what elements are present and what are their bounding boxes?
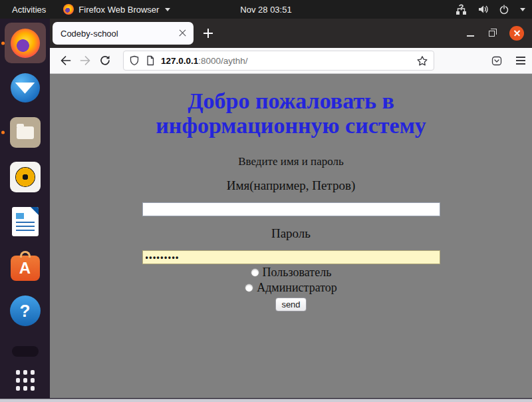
dock-item-files[interactable] xyxy=(5,112,46,152)
new-tab-button[interactable] xyxy=(201,27,215,40)
running-indicator-dot xyxy=(1,41,5,45)
radio-row-user[interactable]: Пользователь xyxy=(50,266,532,280)
web-page-content: Добро пожаловать в информационную систем… xyxy=(50,74,532,398)
forward-arrow-icon xyxy=(80,55,91,66)
network-question-icon xyxy=(455,4,468,15)
name-input[interactable] xyxy=(142,202,440,216)
volume-icon xyxy=(477,4,489,15)
minimize-button[interactable] xyxy=(467,35,474,37)
address-bar[interactable]: 127.0.0.1:8000/aythh/ xyxy=(123,51,434,71)
login-instruction: Введите имя и пароль xyxy=(50,155,532,168)
clock[interactable]: Nov 28 03:51 xyxy=(0,5,532,15)
dock: A ? xyxy=(0,19,50,399)
dock-item-rhythmbox[interactable] xyxy=(5,156,46,197)
power-icon xyxy=(499,4,509,15)
name-label: Имя(например, Петров) xyxy=(50,178,532,193)
radio-row-admin[interactable]: Администратор xyxy=(50,281,532,295)
dock-item-app-grid[interactable] xyxy=(5,357,46,395)
url-path: :8000/aythh/ xyxy=(198,56,247,66)
thunderbird-icon xyxy=(11,73,40,102)
send-button[interactable]: send xyxy=(275,298,306,311)
user-radio-button[interactable] xyxy=(251,268,259,277)
firefox-window: Codeby-school xyxy=(50,19,532,399)
dock-item-firefox[interactable] xyxy=(5,23,46,63)
restore-button[interactable] xyxy=(489,31,495,37)
tab-bar: Codeby-school xyxy=(50,19,532,48)
user-radio-label: Пользователь xyxy=(263,266,332,280)
url-text[interactable]: 127.0.0.1:8000/aythh/ xyxy=(161,56,416,66)
window-bottom-edge xyxy=(0,399,532,402)
tab-close-icon[interactable] xyxy=(179,29,187,37)
caret-down-icon xyxy=(520,8,525,11)
system-top-panel: Activities Firefox Web Browser Nov 28 03… xyxy=(0,0,532,19)
rhythmbox-icon xyxy=(10,162,41,192)
reload-icon xyxy=(99,55,111,67)
back-arrow-icon xyxy=(60,55,71,66)
nav-toolbar: 127.0.0.1:8000/aythh/ xyxy=(50,48,532,74)
url-host: 127.0.0.1 xyxy=(161,56,198,66)
running-indicator-dot xyxy=(1,130,5,134)
dock-hidden-item xyxy=(12,346,39,357)
window-close-button[interactable] xyxy=(509,26,524,41)
page-info-icon[interactable] xyxy=(145,55,156,66)
pocket-shield-icon[interactable] xyxy=(491,55,503,67)
admin-radio-button[interactable] xyxy=(245,284,253,292)
libreoffice-writer-icon xyxy=(12,207,39,236)
dock-item-thunderbird[interactable] xyxy=(5,67,46,108)
firefox-icon xyxy=(11,29,40,58)
bookmark-star-icon[interactable] xyxy=(416,55,428,67)
page-title: Добро пожаловать в информационную систем… xyxy=(110,89,472,138)
shield-icon[interactable] xyxy=(129,55,140,66)
password-label: Пароль xyxy=(50,226,532,241)
forward-button[interactable] xyxy=(75,51,95,71)
tab-codeby-school[interactable]: Codeby-school xyxy=(53,22,194,45)
dock-item-ubuntu-software[interactable]: A xyxy=(5,246,46,287)
reload-button[interactable] xyxy=(95,51,115,71)
password-input[interactable] xyxy=(142,250,440,264)
dock-item-libreoffice-writer[interactable] xyxy=(5,202,46,242)
back-button[interactable] xyxy=(55,51,75,71)
menu-hamburger-icon[interactable] xyxy=(516,57,525,65)
tab-title: Codeby-school xyxy=(61,29,179,39)
ubuntu-software-icon: A xyxy=(11,256,40,281)
app-grid-icon xyxy=(16,370,35,391)
system-tray[interactable] xyxy=(455,0,525,19)
files-icon xyxy=(10,117,41,148)
dock-item-help[interactable]: ? xyxy=(5,291,46,331)
help-icon: ? xyxy=(10,296,41,326)
admin-radio-label: Администратор xyxy=(257,281,337,295)
